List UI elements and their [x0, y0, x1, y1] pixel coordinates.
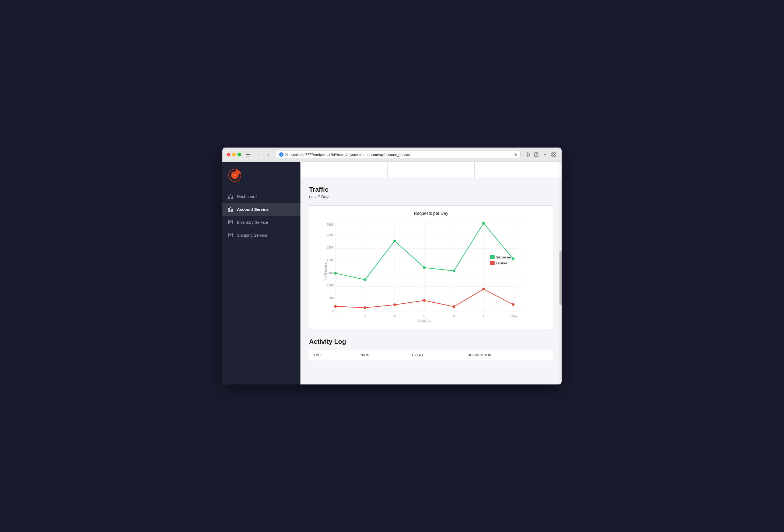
svg-point-14 — [234, 174, 236, 176]
sidebar-item-account-service-label: Account Service — [237, 207, 269, 212]
svg-rect-9 — [552, 155, 553, 157]
activity-table: TIME NAME EVENT DESCRIPTION — [309, 350, 553, 361]
shipping-icon — [228, 232, 233, 238]
tab-grid-button[interactable] — [550, 151, 557, 158]
svg-text:3500: 3500 — [327, 223, 334, 226]
success-dot-6 — [334, 272, 337, 275]
reload-icon[interactable]: ↻ — [514, 153, 517, 157]
url-text: localhost:7777/endpoints/?id=https://mye… — [290, 153, 512, 157]
success-dot-2 — [453, 270, 455, 272]
legend-failure-label: Failures — [496, 261, 507, 265]
svg-text:3000: 3000 — [327, 233, 334, 236]
shield-icon: ⛨ — [285, 152, 288, 157]
svg-text:5: 5 — [364, 314, 366, 318]
col-time: TIME — [309, 350, 357, 361]
security-icon: i — [279, 152, 283, 157]
svg-rect-25 — [230, 235, 231, 236]
svg-text:1: 1 — [483, 314, 484, 318]
close-button[interactable] — [227, 153, 230, 157]
sidebar-item-dashboard-label: Dashboard — [237, 194, 257, 199]
failure-dot-6 — [334, 305, 337, 308]
svg-text:6: 6 — [335, 314, 336, 318]
svg-rect-17 — [231, 209, 233, 211]
top-cards-bar — [301, 162, 562, 178]
sidebar-item-shipping-service-label: Shipping Service — [237, 233, 267, 237]
activity-log-section: Activity Log TIME NAME EVENT DESCRIPTION — [309, 338, 553, 361]
success-dot-1 — [482, 222, 485, 225]
col-description: DESCRIPTION — [463, 350, 553, 361]
legend-failure-swatch — [490, 261, 495, 265]
address-bar[interactable]: i ⛨ localhost:7777/endpoints/?id=https:/… — [276, 151, 521, 158]
sidebar-item-account-service[interactable]: Account Service — [222, 203, 301, 216]
card-3 — [475, 162, 562, 178]
svg-rect-7 — [552, 153, 553, 154]
svg-rect-0 — [246, 153, 250, 153]
col-name: NAME — [356, 350, 408, 361]
maximize-button[interactable] — [237, 153, 241, 157]
traffic-chart: 0 500 1000 1500 2000 2500 3000 3500 # of… — [315, 220, 547, 323]
success-dot-today — [512, 257, 514, 260]
main-content: Traffic Last 7 Days Requests per Day — [301, 162, 562, 385]
minimize-button[interactable] — [232, 153, 236, 157]
scrollbar[interactable] — [559, 162, 562, 385]
browser-window: ‹ › i ⛨ localhost:7777/endpoints/?id=htt… — [222, 147, 562, 385]
table-header-row: TIME NAME EVENT DESCRIPTION — [309, 350, 553, 361]
inventory-icon — [228, 219, 233, 225]
sidebar-item-inventory-service-label: Inventory Service — [237, 220, 268, 225]
failure-dot-today — [512, 303, 514, 306]
browser-right-controls: + — [524, 151, 557, 158]
svg-rect-2 — [246, 156, 250, 157]
nav-menu: Dashboard Account Service — [222, 188, 301, 244]
download-button[interactable] — [524, 151, 531, 158]
svg-text:2: 2 — [453, 314, 455, 318]
svg-rect-16 — [230, 207, 231, 211]
new-tab-button[interactable]: + — [541, 151, 549, 158]
legend-success-swatch — [490, 255, 495, 259]
card-1 — [301, 162, 388, 178]
svg-text:4: 4 — [394, 314, 395, 318]
sidebar-item-dashboard[interactable]: Dashboard — [222, 190, 301, 203]
traffic-title: Traffic — [309, 186, 553, 193]
traffic-lights — [227, 153, 241, 157]
forward-button[interactable]: › — [265, 151, 273, 158]
success-dot-5 — [364, 278, 366, 281]
svg-text:# of Requests: # of Requests — [324, 262, 327, 281]
sidebar-toggle-button[interactable] — [245, 151, 252, 158]
sidebar: Dashboard Account Service — [222, 162, 301, 385]
svg-text:1500: 1500 — [327, 271, 334, 274]
success-dot-3 — [423, 266, 426, 269]
svg-text:Days Ago: Days Ago — [417, 319, 431, 323]
activity-log-title: Activity Log — [309, 338, 553, 345]
svg-rect-10 — [554, 155, 555, 157]
browser-nav-controls: ‹ › — [255, 151, 273, 158]
svg-rect-1 — [246, 154, 250, 155]
failure-dot-5 — [364, 306, 366, 309]
svg-rect-8 — [554, 153, 555, 154]
svg-text:1000: 1000 — [327, 284, 334, 287]
app-logo — [228, 168, 242, 182]
legend-success-label: Successes — [496, 255, 511, 259]
traffic-subtitle: Last 7 Days — [309, 194, 553, 199]
share-button[interactable] — [533, 151, 540, 158]
success-dot-4 — [393, 240, 396, 242]
svg-text:2500: 2500 — [327, 246, 334, 249]
card-2 — [388, 162, 475, 178]
failure-dot-2 — [453, 305, 455, 308]
svg-text:500: 500 — [329, 297, 334, 300]
svg-text:0: 0 — [332, 309, 334, 312]
logo-area — [222, 162, 301, 188]
failure-dot-1 — [482, 288, 485, 290]
browser-content: Dashboard Account Service — [222, 162, 562, 385]
back-button[interactable]: ‹ — [255, 151, 263, 158]
col-event: EVENT — [408, 350, 463, 361]
failure-dot-4 — [393, 303, 396, 306]
svg-text:Today: Today — [509, 314, 517, 318]
sidebar-item-shipping-service[interactable]: Shipping Service — [222, 229, 301, 242]
svg-text:2000: 2000 — [327, 258, 334, 262]
home-icon — [228, 194, 233, 199]
svg-rect-21 — [229, 222, 230, 223]
scrollbar-thumb[interactable] — [559, 251, 562, 305]
browser-chrome: ‹ › i ⛨ localhost:7777/endpoints/?id=htt… — [222, 147, 562, 162]
svg-text:3: 3 — [423, 314, 425, 318]
sidebar-item-inventory-service[interactable]: Inventory Service — [222, 216, 301, 229]
